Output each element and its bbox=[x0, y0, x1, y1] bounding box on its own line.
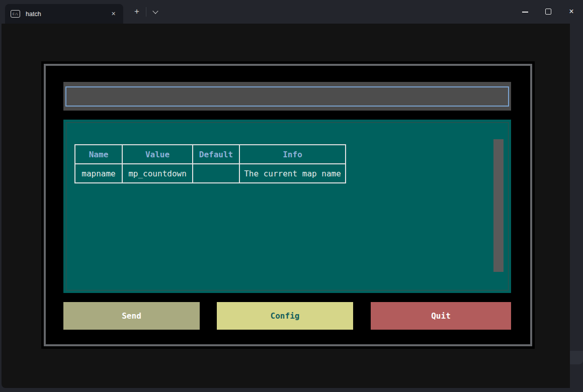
new-tab-button[interactable]: + bbox=[130, 5, 144, 19]
close-icon: × bbox=[560, 0, 583, 24]
cell-default bbox=[193, 164, 239, 183]
terminal-scrollbar-track[interactable] bbox=[570, 24, 583, 388]
minimize-button[interactable] bbox=[514, 0, 537, 24]
terminal-icon: C:\ bbox=[11, 10, 20, 18]
tab-title: hatch bbox=[26, 11, 41, 18]
quit-button[interactable]: Quit bbox=[371, 302, 511, 330]
send-button[interactable]: Send bbox=[63, 302, 200, 330]
maximize-button[interactable] bbox=[537, 0, 560, 24]
rcon-command-input[interactable]: Enter a rcon command bbox=[65, 86, 509, 107]
cvar-table-panel: Name Value Default Info mapname mp_count… bbox=[63, 120, 511, 293]
cvar-table: Name Value Default Info mapname mp_count… bbox=[74, 144, 346, 183]
header-default[interactable]: Default bbox=[193, 145, 239, 164]
header-name[interactable]: Name bbox=[75, 145, 122, 164]
chevron-down-icon bbox=[152, 8, 158, 14]
config-button[interactable]: Config bbox=[217, 302, 353, 330]
header-info[interactable]: Info bbox=[239, 145, 346, 164]
header-value[interactable]: Value bbox=[122, 145, 193, 164]
close-button[interactable]: × bbox=[560, 0, 583, 24]
window: { "window": { "tab_title": "hatch", "tab… bbox=[0, 0, 583, 392]
tab-dropdown-button[interactable] bbox=[149, 5, 162, 19]
rcon-app: Enter a rcon command Name Value Default … bbox=[41, 61, 535, 349]
cell-name: mapname bbox=[75, 164, 122, 183]
tab-hatch[interactable]: C:\ hatch × bbox=[5, 4, 123, 24]
command-input-container: Enter a rcon command bbox=[63, 82, 511, 111]
cell-value: mp_countdown bbox=[122, 164, 193, 183]
tab-separator bbox=[146, 7, 146, 17]
titlebar: C:\ hatch × + × bbox=[0, 0, 583, 24]
cell-info: The current map name bbox=[239, 164, 346, 183]
terminal-scrollbar-thumb[interactable] bbox=[570, 351, 583, 364]
minimize-icon bbox=[522, 12, 528, 13]
terminal-canvas: Enter a rcon command Name Value Default … bbox=[2, 24, 570, 388]
maximize-icon bbox=[545, 9, 551, 15]
table-row[interactable]: mapname mp_countdown The current map nam… bbox=[75, 164, 346, 183]
table-header-row: Name Value Default Info bbox=[75, 145, 346, 164]
tab-close-button[interactable]: × bbox=[109, 9, 118, 19]
window-controls: × bbox=[514, 0, 583, 24]
table-scrollbar-thumb[interactable] bbox=[493, 139, 504, 272]
